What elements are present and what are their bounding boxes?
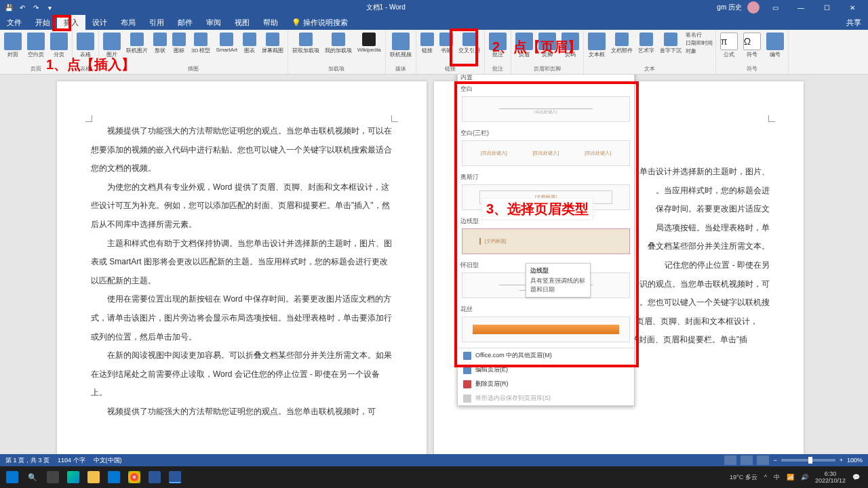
shapes-button[interactable]: 形状 — [152, 31, 168, 65]
word-count[interactable]: 1104 个字 — [58, 456, 85, 465]
header-preset-austin[interactable]: [文档标题] — [462, 184, 630, 210]
comment-button[interactable]: 批注 — [488, 31, 508, 65]
tab-review[interactable]: 审阅 — [199, 15, 228, 30]
header-button[interactable]: 页眉 — [514, 31, 534, 65]
tab-file[interactable]: 文件 — [0, 15, 28, 30]
pictures-button[interactable]: 图片 — [102, 31, 122, 65]
chart-button[interactable]: 图表 — [241, 31, 258, 65]
blank-page-button[interactable]: 空白页 — [26, 31, 46, 65]
symbol-button[interactable]: Ω符号 — [742, 31, 762, 65]
icons-button[interactable]: 图标 — [171, 31, 187, 65]
maximize-icon[interactable]: ☐ — [816, 1, 837, 14]
clock-time[interactable]: 6:30 — [815, 470, 846, 477]
wifi-icon[interactable]: 📶 — [787, 474, 794, 481]
tab-references[interactable]: 引用 — [142, 15, 171, 30]
zoom-level[interactable]: 100% — [847, 457, 863, 464]
body-paragraph[interactable]: 在新的阅读视图中阅读更加容易。可以折叠文档某些部分并关注所需文本。如果在达到结尾… — [91, 346, 393, 403]
clock-date[interactable]: 2022/10/12 — [815, 477, 846, 484]
body-paragraph[interactable]: 视频提供了功能强大的方法帮助您证明您的观点。当您单击联机视频时，可 — [91, 403, 393, 422]
weather-widget[interactable]: 19°C 多云 — [730, 473, 757, 482]
print-layout-button[interactable] — [741, 455, 753, 465]
page-number-button[interactable]: 页码 — [560, 31, 580, 65]
body-paragraph[interactable]: 视频提供了功能强大的方法帮助您证明您的观点。当您单击联机视频时，可以在想要添加的… — [91, 122, 393, 178]
start-button[interactable] — [3, 468, 22, 487]
tab-home[interactable]: 开始 — [28, 15, 57, 30]
page-indicator[interactable]: 第 1 页，共 3 页 — [5, 456, 50, 465]
zoom-out-button[interactable]: − — [773, 457, 776, 464]
models-button[interactable]: 3D 模型 — [190, 31, 212, 65]
word-icon[interactable] — [165, 468, 184, 487]
more-headers-link[interactable]: Office.com 中的其他页眉(M) — [458, 348, 634, 363]
tell-me-search[interactable]: 💡 操作说明搜索 — [285, 15, 355, 30]
search-button[interactable]: 🔍 — [23, 468, 42, 487]
online-video-button[interactable]: 联机视频 — [389, 31, 413, 65]
notifications-icon[interactable]: 💬 — [852, 474, 860, 481]
photos-icon[interactable] — [145, 468, 164, 487]
remove-header-link[interactable]: 删除页眉(R) — [458, 377, 634, 391]
undo-icon[interactable]: ↶ — [18, 3, 27, 12]
wikipedia-button[interactable]: Wikipedia — [356, 31, 382, 65]
volume-icon[interactable]: 🔊 — [801, 474, 808, 481]
share-button[interactable]: 共享 — [840, 15, 868, 30]
document-area[interactable]: 视频提供了功能强大的方法帮助您证明您的观点。当您单击联机视频时，可以在想要添加的… — [0, 75, 868, 454]
language-indicator[interactable]: 中文(中国) — [94, 456, 122, 465]
body-paragraph[interactable]: 为使您的文档具有专业外观，Word 提供了页眉、页脚、封面和文本框设计，这些设计… — [91, 178, 393, 235]
quick-parts-button[interactable]: 文档部件 — [610, 31, 634, 65]
tab-mailings[interactable]: 邮件 — [171, 15, 199, 30]
header-preset-blank[interactable]: [在此处键入] — [462, 96, 630, 122]
textbox-button[interactable]: 文本框 — [587, 31, 607, 65]
tab-view[interactable]: 视图 — [228, 15, 256, 30]
ribbon-options-icon[interactable]: ▭ — [765, 1, 785, 14]
minimize-icon[interactable]: — — [791, 1, 811, 14]
mail-icon[interactable] — [104, 468, 123, 487]
get-addins-button[interactable]: 获取加载项 — [291, 31, 321, 65]
read-mode-button[interactable] — [724, 455, 736, 465]
header-preset-blank-3col[interactable]: [在此处键入][在此处键入][在此处键入] — [462, 140, 630, 166]
close-icon[interactable]: ✕ — [842, 1, 863, 14]
page-break-button[interactable]: 分页 — [49, 31, 69, 65]
edge-icon[interactable] — [64, 468, 83, 487]
signature-line-button[interactable]: 签名行 — [686, 31, 713, 39]
header-preset-sideline[interactable]: [文档标题] — [462, 228, 630, 254]
equation-button[interactable]: π公式 — [719, 31, 739, 65]
body-paragraph[interactable]: 使用在需要位置出现的新按钮在 Word 中保存时间。若要更改图片适应文档的方式，… — [91, 290, 393, 346]
screenshot-button[interactable]: 屏幕截图 — [260, 31, 285, 65]
zoom-slider[interactable] — [781, 459, 835, 462]
object-button[interactable]: 对象 — [686, 47, 713, 55]
tab-insert[interactable]: 插入 — [57, 15, 85, 30]
cross-reference-button[interactable]: 交叉引用 — [457, 31, 481, 65]
page-1[interactable]: 视频提供了功能强大的方法帮助您证明您的观点。当您单击联机视频时，可以在想要添加的… — [57, 81, 427, 454]
qat-customize-icon[interactable]: ▾ — [45, 3, 54, 12]
web-layout-button[interactable] — [757, 455, 769, 465]
link-button[interactable]: 链接 — [419, 31, 435, 65]
ime-icon[interactable]: 中 — [774, 473, 780, 482]
explorer-icon[interactable] — [84, 468, 103, 487]
redo-icon[interactable]: ↷ — [31, 3, 41, 12]
header-preset-floral[interactable] — [462, 317, 630, 342]
dropcap-button[interactable]: 首字下沉 — [658, 31, 683, 65]
tab-layout[interactable]: 布局 — [114, 15, 142, 30]
date-time-button[interactable]: 日期和时间 — [686, 39, 713, 47]
tray-chevron-icon[interactable]: ^ — [764, 474, 767, 481]
bookmark-button[interactable]: 书签 — [438, 31, 454, 65]
cover-page-button[interactable]: 封面 — [3, 31, 23, 65]
online-pictures-button[interactable]: 联机图片 — [125, 31, 149, 65]
smartart-button[interactable]: SmartArt — [214, 31, 239, 65]
number-button[interactable]: 编号 — [765, 31, 785, 65]
body-paragraph[interactable]: 主题和样式也有助于文档保持协调。当您单击设计并选择新的主题时，图片、图表或 Sm… — [91, 235, 393, 291]
edit-icon — [463, 366, 471, 374]
wordart-button[interactable]: 艺术字 — [637, 31, 656, 65]
edit-header-link[interactable]: 编辑页眉(E) — [458, 363, 634, 377]
user-name[interactable]: gm 历史 — [717, 3, 742, 12]
tab-help[interactable]: 帮助 — [256, 15, 285, 30]
save-icon[interactable]: 💾 — [4, 3, 14, 12]
footer-button[interactable]: 页脚 — [537, 31, 557, 65]
my-addins-button[interactable]: 我的加载项 — [323, 31, 353, 65]
tab-design[interactable]: 设计 — [85, 15, 114, 30]
zoom-in-button[interactable]: + — [840, 457, 843, 464]
chrome-icon[interactable] — [125, 468, 144, 487]
task-view-button[interactable] — [43, 468, 62, 487]
table-button[interactable]: 表格 — [75, 31, 96, 65]
user-avatar[interactable] — [747, 1, 760, 14]
group-pages-label: 页面 — [3, 65, 69, 74]
